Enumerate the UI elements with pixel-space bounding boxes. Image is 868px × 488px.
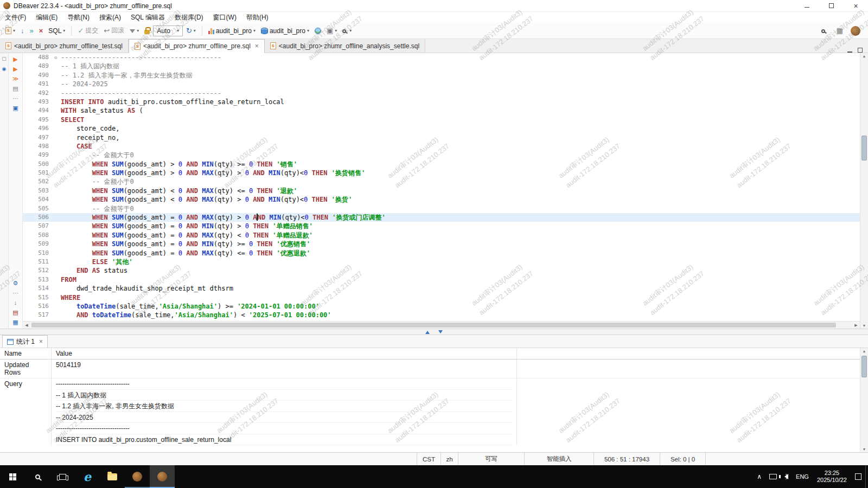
scroll-right-icon[interactable]: ▶ (852, 323, 860, 328)
abort-button[interactable]: × (37, 26, 46, 35)
minimize-button[interactable] (795, 0, 819, 11)
code-line-498[interactable]: 498 CASE (23, 142, 860, 151)
file-explorer-button[interactable] (100, 465, 125, 488)
status-writable[interactable]: 可写 (458, 453, 524, 465)
close-tab-icon[interactable]: × (39, 338, 43, 345)
sql-menu-button[interactable]: SQL ▾ (46, 26, 67, 36)
vscroll-thumb[interactable] (861, 356, 867, 377)
commit-button[interactable]: ✓ 提交 (75, 25, 100, 36)
code-line-511[interactable]: 511 ELSE '其他' (23, 258, 860, 266)
transaction-log-button[interactable]: ↻ ▾ (184, 26, 198, 35)
code-line-504[interactable]: 504 WHEN SUM(goods_amt) < 0 AND MAX(qty)… (23, 195, 860, 204)
status-selection[interactable]: Sel: 0 | 0 (660, 453, 705, 465)
code-line-488[interactable]: 488⊖------------------------------------… (23, 53, 860, 62)
scroll-up-icon[interactable]: ▲ (860, 349, 868, 353)
code-line-513[interactable]: 513FROM (23, 275, 860, 284)
code-line-490[interactable]: 490-- 1.2 插入非海一家，非男生女生换货数据 (23, 71, 860, 80)
horizontal-scrollbar[interactable]: ◀ ▶ (23, 321, 860, 329)
code-line-495[interactable]: 495SELECT (23, 115, 860, 124)
connection-selector[interactable]: audit_bi_pro ▾ (206, 26, 258, 36)
code-viewport[interactable]: 488⊖------------------------------------… (23, 53, 860, 321)
scroll-down-icon[interactable]: ▼ (860, 447, 868, 451)
tray-volume-button[interactable] (781, 465, 792, 488)
menu-window[interactable]: 窗口(W) (208, 12, 241, 23)
maximize-button[interactable] (819, 0, 844, 11)
rollback-button[interactable]: ↩ 回滚 (101, 25, 126, 36)
vertical-scrollbar[interactable]: ▲ ▼ (860, 53, 868, 329)
taskbar-clock[interactable]: 23:25 2025/10/22 (813, 470, 851, 484)
menu-sql-editor[interactable]: SQL 编辑器 (126, 12, 170, 23)
table-row[interactable]: Query ----------------------------------… (0, 378, 860, 445)
fold-marker-icon[interactable]: ⊖ (54, 53, 61, 62)
dbeaver-logo-icon[interactable] (851, 26, 860, 36)
collapse-up-icon[interactable] (425, 329, 430, 334)
hscroll-track[interactable] (30, 322, 852, 329)
database-navigator-icon[interactable]: ◉ (2, 66, 7, 72)
hscroll-thumb[interactable] (31, 323, 836, 328)
column-header-value[interactable]: Value (52, 348, 517, 359)
network-button[interactable] (312, 27, 323, 35)
maximize-editor-icon[interactable] (858, 48, 863, 53)
dbeaver-taskbar-button-active[interactable] (150, 465, 175, 488)
show-desktop-button[interactable] (865, 465, 868, 488)
code-line-499[interactable]: 499 -- 金额大于0 (23, 151, 860, 159)
table-row[interactable]: Updated Rows 5014119 (0, 359, 860, 378)
tab-zhumr-offline-analysis-settle[interactable]: <audit_bi_pro> zhumr_offline_analysis_se… (265, 39, 425, 53)
panel-splitter[interactable] (0, 329, 868, 335)
task-view-button[interactable] (50, 465, 75, 488)
code-line-516[interactable]: 516 toDateTime(sale_time,'Asia/Shanghai'… (23, 302, 860, 311)
code-line-493[interactable]: 493INSERT INTO audit_bi_pro.custom_offli… (23, 98, 860, 106)
status-language[interactable]: zh (441, 453, 458, 465)
new-sql-editor-button[interactable]: ▾ (3, 26, 17, 35)
more-actions-icon[interactable]: ⋯ (12, 290, 18, 296)
menu-search[interactable]: 搜索(A) (94, 12, 126, 23)
dbeaver-taskbar-button[interactable] (125, 465, 150, 488)
code-line-510[interactable]: 510 WHEN SUM(goods_amt) = 0 AND MAX(qty)… (23, 249, 860, 258)
code-line-491[interactable]: 491-- 2024-2025 (23, 80, 860, 88)
statistics-scrollbar[interactable]: ▲ ▼ (860, 348, 868, 452)
save-file-icon[interactable]: ▤ (12, 310, 18, 316)
menu-file[interactable]: 文件(F) (0, 12, 31, 23)
tray-display-button[interactable] (765, 465, 781, 488)
code-line-505[interactable]: 505 -- 金额等于0 (23, 204, 860, 213)
menu-database[interactable]: 数据库(D) (170, 12, 208, 23)
execute-statement-icon[interactable]: ▶ (13, 56, 17, 62)
taskbar-search-button[interactable] (25, 465, 50, 488)
fetch-next-button[interactable]: ↓ (18, 26, 27, 35)
column-header-name[interactable]: Name (0, 348, 52, 359)
scroll-down-icon[interactable]: ▼ (860, 324, 868, 328)
menu-help[interactable]: 帮助(H) (241, 12, 273, 23)
settings-gear-icon[interactable]: ⚙ (13, 280, 18, 286)
code-line-512[interactable]: 512 END AS status (23, 266, 860, 275)
code-line-514[interactable]: 514 dwd_trade_hkaudit_shop_receipt_mt dt… (23, 284, 860, 293)
code-line-506[interactable]: 506 WHEN SUM(goods_amt) = 0 AND MAX(qty)… (23, 213, 860, 222)
code-line-517[interactable]: 517 AND toDateTime(sale_time,'Asia/Shang… (23, 311, 860, 319)
execute-new-tab-icon[interactable]: ▶ (13, 66, 17, 72)
more-actions-icon[interactable]: ⋯ (12, 95, 18, 101)
action-center-button[interactable] (851, 465, 865, 488)
open-perspective-button[interactable]: ▦ (834, 26, 845, 35)
export-data-icon[interactable]: ↓ (14, 300, 17, 306)
code-line-509[interactable]: 509 WHEN SUM(goods_amt) = 0 AND MIN(qty)… (23, 240, 860, 248)
code-line-501[interactable]: 501 WHEN SUM(goods_amt) > 0 AND MAX(qty)… (23, 169, 860, 177)
autocommit-combo[interactable]: Auto ▾ (153, 25, 183, 36)
menu-navigate[interactable]: 导航(N) (62, 12, 94, 23)
scroll-up-icon[interactable]: ▲ (860, 54, 868, 58)
sql-console-icon[interactable]: ▣ (12, 105, 18, 111)
code-line-496[interactable]: 496 store_code, (23, 124, 860, 133)
code-line-508[interactable]: 508 WHEN SUM(goods_amt) = 0 AND MAX(qty)… (23, 231, 860, 240)
code-line-515[interactable]: 515WHERE (23, 293, 860, 302)
lock-button[interactable] (142, 26, 152, 35)
close-tab-icon[interactable]: × (255, 43, 259, 49)
schema-selector[interactable]: audit_bi_pro ▾ (259, 26, 311, 36)
tray-expand-button[interactable]: ∧ (753, 465, 765, 488)
status-insert-mode[interactable]: 智能插入 (524, 453, 593, 465)
internet-explorer-button[interactable]: e (75, 465, 100, 488)
minimize-editor-icon[interactable] (847, 48, 852, 53)
start-button[interactable] (0, 465, 25, 488)
code-line-507[interactable]: 507 WHEN SUM(goods_amt) = 0 AND MIN(qty)… (23, 222, 860, 230)
vscroll-thumb[interactable] (861, 136, 867, 160)
close-button[interactable]: × (844, 0, 868, 11)
collapse-down-icon[interactable] (438, 330, 443, 336)
code-line-494[interactable]: 494WITH sale_status AS ( (23, 106, 860, 115)
